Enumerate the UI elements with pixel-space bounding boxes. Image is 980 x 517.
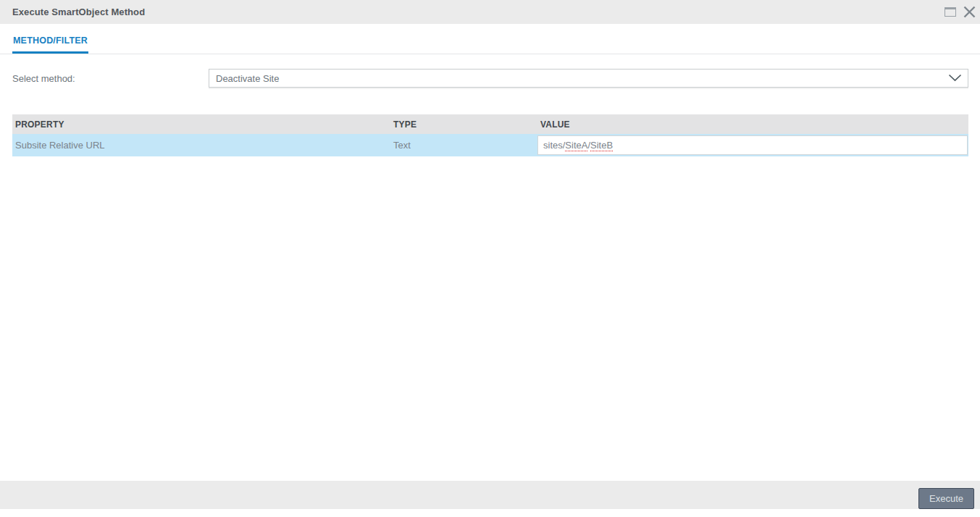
value-input[interactable]: sites/SiteA/SiteB <box>537 135 968 155</box>
dialog-footer: Execute <box>0 481 980 509</box>
method-dropdown-value: Deactivate Site <box>216 73 948 84</box>
value-cell: sites/SiteA/SiteB <box>537 135 968 155</box>
parameters-table: PROPERTY TYPE VALUE Subsite Relative URL… <box>12 114 968 156</box>
close-icon[interactable] <box>963 6 976 18</box>
maximize-window-icon[interactable] <box>945 7 956 17</box>
table-row[interactable]: Subsite Relative URL Text sites/SiteA/Si… <box>12 134 968 156</box>
tab-bar: METHOD/FILTER <box>0 24 980 54</box>
property-cell: Subsite Relative URL <box>12 140 390 151</box>
tab-method-filter[interactable]: METHOD/FILTER <box>12 30 88 54</box>
tab-label: METHOD/FILTER <box>13 35 88 46</box>
dialog-titlebar: Execute SmartObject Method <box>0 0 980 24</box>
type-cell: Text <box>390 140 537 151</box>
dialog-title: Execute SmartObject Method <box>12 7 145 17</box>
value-text-misspelled: SiteA <box>565 140 587 151</box>
value-text: sites/ <box>543 140 565 151</box>
column-header-value: VALUE <box>537 119 968 130</box>
chevron-down-icon <box>948 72 962 85</box>
window-controls <box>945 0 976 24</box>
method-dropdown[interactable]: Deactivate Site <box>209 69 968 88</box>
value-text-misspelled: SiteB <box>590 140 613 151</box>
execute-button[interactable]: Execute <box>918 488 974 509</box>
table-header-row: PROPERTY TYPE VALUE <box>12 114 968 134</box>
select-method-label: Select method: <box>12 73 75 84</box>
column-header-type: TYPE <box>390 119 537 130</box>
column-header-property: PROPERTY <box>12 119 390 130</box>
